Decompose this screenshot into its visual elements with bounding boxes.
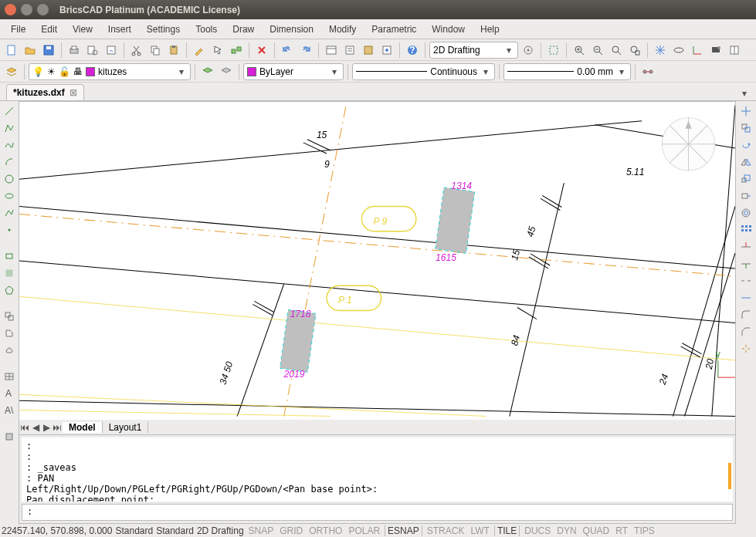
properties-icon[interactable] <box>341 42 358 59</box>
polyline-icon[interactable] <box>2 121 16 135</box>
explode-icon[interactable] <box>739 342 753 356</box>
layer-iso-icon[interactable] <box>218 63 235 80</box>
status-toggle-strack[interactable]: STRACK <box>425 525 466 536</box>
paste-icon[interactable] <box>165 42 182 59</box>
print-icon[interactable] <box>66 42 83 59</box>
save-icon[interactable] <box>40 42 57 59</box>
line-icon[interactable] <box>2 104 16 118</box>
new-file-icon[interactable] <box>3 42 20 59</box>
publish-icon[interactable] <box>103 42 120 59</box>
status-toggle-grid[interactable]: GRID <box>278 525 304 536</box>
render-icon[interactable] <box>707 42 724 59</box>
copy-entity-icon[interactable] <box>739 121 753 135</box>
regen-icon[interactable] <box>670 42 687 59</box>
workspace-combo[interactable]: 2D Drafting ▾ <box>429 42 518 59</box>
status-toggle-polar[interactable]: POLAR <box>347 525 381 536</box>
tab-model[interactable]: Model <box>63 422 103 433</box>
color-combo[interactable]: ByLayer ▾ <box>243 63 344 80</box>
status-toggle-quad[interactable]: QUAD <box>581 525 612 536</box>
offset-icon[interactable] <box>739 206 753 220</box>
zoom-in-icon[interactable] <box>571 42 588 59</box>
point-icon[interactable] <box>2 223 16 237</box>
circle-icon[interactable] <box>2 172 16 186</box>
menu-window[interactable]: Window <box>424 21 473 38</box>
zoom-window-icon[interactable] <box>626 42 643 59</box>
menu-modify[interactable]: Modify <box>321 21 364 38</box>
match-prop-icon[interactable] <box>191 42 208 59</box>
tab-nav-first[interactable]: ⏮ <box>19 422 30 433</box>
layer-state-icon[interactable] <box>199 63 216 80</box>
status-toggle-ortho[interactable]: ORTHO <box>307 525 344 536</box>
explorer-icon[interactable] <box>323 42 340 59</box>
scale-icon[interactable] <box>739 172 753 186</box>
revision-cloud-icon[interactable] <box>2 343 16 357</box>
chamfer-icon[interactable] <box>739 325 753 339</box>
menu-insert[interactable]: Insert <box>100 21 139 38</box>
status-toggle-tips[interactable]: TIPS <box>632 525 656 536</box>
layer-explorer-icon[interactable] <box>3 63 20 80</box>
extend-icon[interactable] <box>739 257 753 271</box>
status-toggle-lwt[interactable]: LWT <box>469 525 490 536</box>
tool-palettes-icon[interactable] <box>726 42 743 59</box>
document-tab[interactable]: *kituzes.dxf ⊠ <box>6 84 84 100</box>
status-std1[interactable]: Standard <box>115 525 153 536</box>
menu-dimension[interactable]: Dimension <box>262 21 321 38</box>
layer-combo[interactable]: 💡 ☀ 🔓 🖶 kituzes ▾ <box>29 63 191 80</box>
lineweight-combo[interactable]: 0.00 mm ▾ <box>503 63 631 80</box>
dim-link-icon[interactable] <box>639 63 656 80</box>
tab-dropdown-icon[interactable]: ▾ <box>739 86 750 100</box>
zoom-extents-icon[interactable] <box>608 42 625 59</box>
arc-icon[interactable] <box>2 155 16 169</box>
join-icon[interactable] <box>739 291 753 305</box>
mirror-icon[interactable] <box>739 155 753 169</box>
redo-icon[interactable] <box>297 42 314 59</box>
trim-icon[interactable] <box>739 240 753 254</box>
break-icon[interactable] <box>739 274 753 288</box>
print-preview-icon[interactable] <box>84 42 101 59</box>
status-toggle-rt[interactable]: RT <box>614 525 629 536</box>
menu-file[interactable]: File <box>3 21 33 38</box>
table-icon[interactable] <box>2 370 16 383</box>
status-toggle-snap[interactable]: SNAP <box>247 525 276 536</box>
tab-nav-next[interactable]: ▶ <box>41 422 52 433</box>
pan-icon[interactable] <box>652 42 669 59</box>
zoom-out-icon[interactable] <box>589 42 606 59</box>
zoom-realtime-icon[interactable] <box>545 42 562 59</box>
window-minimize-button[interactable] <box>21 4 32 15</box>
sheet-set-icon[interactable] <box>360 42 377 59</box>
menu-help[interactable]: Help <box>473 21 507 38</box>
select-icon[interactable] <box>209 42 226 59</box>
hatch-icon[interactable] <box>2 266 16 280</box>
array-icon[interactable] <box>739 223 753 237</box>
drawing-canvas[interactable]: P 9 P 1 1314 1615 1718 2019 15 9 5.11 45… <box>19 101 736 420</box>
linetype-combo[interactable]: Continuous ▾ <box>352 63 495 80</box>
ucs-icon[interactable] <box>689 42 706 59</box>
open-file-icon[interactable] <box>22 42 39 59</box>
window-close-button[interactable] <box>5 4 16 15</box>
status-std2[interactable]: Standard <box>156 525 194 536</box>
lookfrom-widget[interactable] <box>662 118 715 171</box>
polyline3d-icon[interactable] <box>2 206 16 220</box>
status-coords[interactable]: 22457.140, 570.898, 0.000 <box>2 525 112 536</box>
undo-icon[interactable] <box>279 42 296 59</box>
ellipse-icon[interactable] <box>2 189 16 203</box>
menu-parametric[interactable]: Parametric <box>364 21 424 38</box>
polygon-icon[interactable] <box>2 283 16 297</box>
status-toggle-esnap[interactable]: ESNAP <box>385 525 422 536</box>
boundary-icon[interactable] <box>2 326 16 340</box>
tab-layout1[interactable]: Layout1 <box>103 422 149 433</box>
status-ws[interactable]: 2D Drafting <box>197 525 244 536</box>
cut-icon[interactable] <box>128 42 145 59</box>
move-icon[interactable] <box>739 104 753 118</box>
select-similar-icon[interactable] <box>228 42 245 59</box>
rect-icon[interactable] <box>2 249 16 263</box>
status-toggle-ducs[interactable]: DUCS <box>523 525 552 536</box>
close-tab-icon[interactable]: ⊠ <box>69 87 77 98</box>
erase-icon[interactable] <box>253 42 270 59</box>
spline-icon[interactable] <box>2 138 16 152</box>
copy-icon[interactable] <box>147 42 164 59</box>
options-icon[interactable] <box>378 42 395 59</box>
window-maximize-button[interactable] <box>37 4 49 15</box>
menu-draw[interactable]: Draw <box>225 21 262 38</box>
fillet-icon[interactable] <box>739 308 753 322</box>
